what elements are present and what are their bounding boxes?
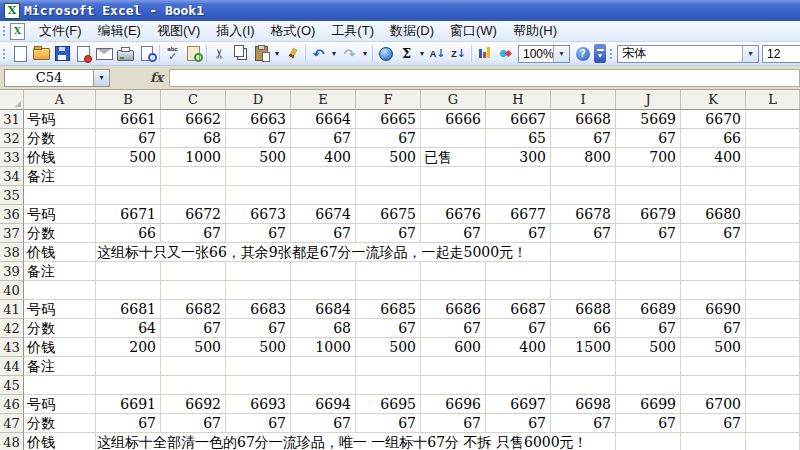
save-button[interactable] xyxy=(52,44,73,64)
cell-D31[interactable]: 6663 xyxy=(226,110,291,129)
cell-D47[interactable]: 67 xyxy=(226,414,291,433)
cell-F46[interactable]: 6695 xyxy=(356,395,421,414)
cell-H45[interactable] xyxy=(486,376,551,395)
cell-C40[interactable] xyxy=(161,281,226,300)
cell-H43[interactable]: 400 xyxy=(486,338,551,357)
cell-I36[interactable]: 6678 xyxy=(551,205,616,224)
cell-L43[interactable] xyxy=(746,338,800,357)
cell-I43[interactable]: 1500 xyxy=(551,338,616,357)
column-header-L[interactable]: L xyxy=(746,90,800,110)
cell-L41[interactable] xyxy=(746,300,800,319)
menu-item-view[interactable]: 视图(V) xyxy=(149,20,208,42)
cell-D41[interactable]: 6683 xyxy=(226,300,291,319)
cell-C37[interactable]: 67 xyxy=(161,224,226,243)
menu-item-tools[interactable]: 工具(T) xyxy=(323,20,382,42)
cell-F31[interactable]: 6665 xyxy=(356,110,421,129)
row-header-48[interactable]: 48 xyxy=(0,433,24,450)
cell-L33[interactable] xyxy=(746,148,800,167)
cell-E39[interactable] xyxy=(291,262,356,281)
cell-K33[interactable]: 400 xyxy=(681,148,746,167)
cell-L38[interactable] xyxy=(746,243,800,262)
print-button[interactable] xyxy=(115,44,136,64)
column-header-D[interactable]: D xyxy=(226,90,291,110)
spelling-button[interactable] xyxy=(162,44,183,64)
row-header-47[interactable]: 47 xyxy=(0,414,24,433)
cell-I40[interactable] xyxy=(551,281,616,300)
cell-A46[interactable]: 号码 xyxy=(24,395,96,414)
menu-item-window[interactable]: 窗口(W) xyxy=(442,20,505,42)
cell-B33[interactable]: 500 xyxy=(96,148,161,167)
cell-L37[interactable] xyxy=(746,224,800,243)
cell-C43[interactable]: 500 xyxy=(161,338,226,357)
row-header-37[interactable]: 37 xyxy=(0,224,24,243)
cell-C47[interactable]: 67 xyxy=(161,414,226,433)
column-header-G[interactable]: G xyxy=(421,90,486,110)
cell-E32[interactable]: 67 xyxy=(291,129,356,148)
cell-L35[interactable] xyxy=(746,186,800,205)
cell-J41[interactable]: 6689 xyxy=(616,300,681,319)
help-button[interactable] xyxy=(572,44,593,64)
undo-button[interactable]: ↶ xyxy=(308,44,329,64)
column-header-I[interactable]: I xyxy=(551,90,616,110)
cell-J45[interactable] xyxy=(616,376,681,395)
cell-I46[interactable]: 6698 xyxy=(551,395,616,414)
cell-D46[interactable]: 6693 xyxy=(226,395,291,414)
cell-K46[interactable]: 6700 xyxy=(681,395,746,414)
cell-A38[interactable]: 价钱 xyxy=(24,243,96,262)
cell-C46[interactable]: 6692 xyxy=(161,395,226,414)
cell-D39[interactable] xyxy=(226,262,291,281)
cell-B34[interactable] xyxy=(96,167,161,186)
cell-K38[interactable] xyxy=(681,243,746,262)
column-header-A[interactable]: A xyxy=(24,90,96,110)
cell-I42[interactable]: 66 xyxy=(551,319,616,338)
cell-L32[interactable] xyxy=(746,129,800,148)
cell-H37[interactable]: 67 xyxy=(486,224,551,243)
cell-G34[interactable] xyxy=(421,167,486,186)
column-header-F[interactable]: F xyxy=(356,90,421,110)
cell-L34[interactable] xyxy=(746,167,800,186)
cell-C32[interactable]: 68 xyxy=(161,129,226,148)
cell-K40[interactable] xyxy=(681,281,746,300)
cell-L44[interactable] xyxy=(746,357,800,376)
cell-E37[interactable]: 67 xyxy=(291,224,356,243)
cell-L36[interactable] xyxy=(746,205,800,224)
cell-D36[interactable]: 6673 xyxy=(226,205,291,224)
cell-F45[interactable] xyxy=(356,376,421,395)
cell-J36[interactable]: 6679 xyxy=(616,205,681,224)
cell-K35[interactable] xyxy=(681,186,746,205)
zoom-select[interactable]: 100%▾ xyxy=(518,45,570,63)
cell-C39[interactable] xyxy=(161,262,226,281)
cell-F33[interactable]: 500 xyxy=(356,148,421,167)
cell-K39[interactable] xyxy=(681,262,746,281)
cell-D34[interactable] xyxy=(226,167,291,186)
column-header-K[interactable]: K xyxy=(681,90,746,110)
cell-H40[interactable] xyxy=(486,281,551,300)
cell-G35[interactable] xyxy=(421,186,486,205)
cell-K41[interactable]: 6690 xyxy=(681,300,746,319)
cell-G42[interactable]: 67 xyxy=(421,319,486,338)
row-header-36[interactable]: 36 xyxy=(0,205,24,224)
cell-A40[interactable] xyxy=(24,281,96,300)
title-bar[interactable]: X Microsoft Excel - Book1 xyxy=(0,0,800,21)
cell-L39[interactable] xyxy=(746,262,800,281)
cell-A34[interactable]: 备注 xyxy=(24,167,96,186)
cell-C33[interactable]: 1000 xyxy=(161,148,226,167)
cell-B42[interactable]: 64 xyxy=(96,319,161,338)
cell-G41[interactable]: 6686 xyxy=(421,300,486,319)
cell-C36[interactable]: 6672 xyxy=(161,205,226,224)
cell-D37[interactable]: 67 xyxy=(226,224,291,243)
cell-F35[interactable] xyxy=(356,186,421,205)
cell-K48[interactable] xyxy=(681,433,746,450)
cell-F47[interactable]: 67 xyxy=(356,414,421,433)
insert-function-button[interactable]: fx xyxy=(150,70,163,85)
cell-J46[interactable]: 6699 xyxy=(616,395,681,414)
cell-B32[interactable]: 67 xyxy=(96,129,161,148)
cell-C35[interactable] xyxy=(161,186,226,205)
cell-G32[interactable] xyxy=(421,129,486,148)
cell-B31[interactable]: 6661 xyxy=(96,110,161,129)
cell-I47[interactable]: 67 xyxy=(551,414,616,433)
menu-item-edit[interactable]: 编辑(E) xyxy=(90,20,149,42)
cell-B43[interactable]: 200 xyxy=(96,338,161,357)
cell-B37[interactable]: 66 xyxy=(96,224,161,243)
cell-I39[interactable] xyxy=(551,262,616,281)
